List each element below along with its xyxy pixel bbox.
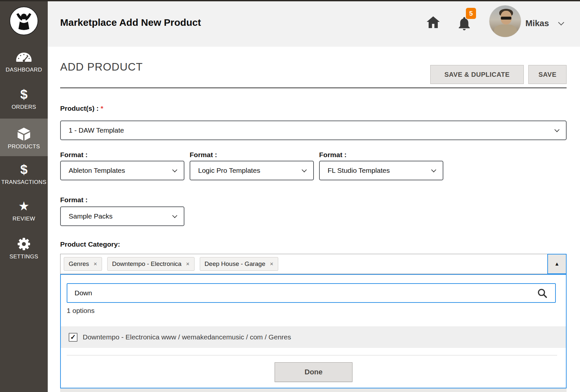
box-icon bbox=[0, 126, 48, 142]
collapse-dropdown-button[interactable] bbox=[547, 254, 567, 274]
chevron-down-icon bbox=[431, 167, 436, 172]
sidebar: DASHBOARD $ ORDERS PRODUCTS $ TRANSACTIO… bbox=[0, 0, 48, 392]
section-title: ADD PRODUCT bbox=[60, 61, 143, 73]
avatar[interactable] bbox=[489, 5, 521, 37]
remove-icon[interactable] bbox=[270, 261, 274, 267]
home-icon bbox=[425, 15, 441, 30]
category-chip: Genres bbox=[64, 257, 102, 271]
format-label-4: Format : bbox=[60, 196, 88, 204]
sidebar-item-label: PRODUCTS bbox=[0, 143, 48, 150]
divider bbox=[60, 88, 567, 88]
chevron-down-icon bbox=[172, 213, 178, 218]
chevron-down-icon bbox=[302, 167, 307, 172]
option-checkbox[interactable] bbox=[69, 333, 77, 342]
sidebar-item-settings[interactable]: SETTINGS bbox=[0, 236, 48, 260]
sidebar-item-products[interactable]: PRODUCTS bbox=[0, 119, 48, 156]
option-label: Downtempo - Electronica www / wemakedanc… bbox=[83, 333, 291, 341]
user-name: Mikas bbox=[525, 18, 549, 28]
dollar-icon: $ bbox=[0, 86, 48, 103]
sidebar-item-transactions[interactable]: $ TRANSACTIONS bbox=[0, 161, 48, 186]
search-icon bbox=[537, 288, 548, 299]
chevron-down-icon bbox=[172, 167, 178, 172]
sidebar-item-review[interactable]: ★ REVIEW bbox=[0, 198, 48, 222]
category-chip: Downtempo - Electronica bbox=[107, 257, 195, 271]
product-select-value: 1 - DAW Template bbox=[69, 126, 124, 134]
sidebar-item-label: SETTINGS bbox=[0, 253, 48, 260]
sidebar-item-label: ORDERS bbox=[0, 104, 48, 110]
save-duplicate-button[interactable]: SAVE & DUPLICATE bbox=[430, 65, 524, 84]
options-count: 1 options bbox=[67, 307, 94, 315]
format-label-1: Format : bbox=[60, 151, 88, 159]
page-background bbox=[60, 388, 567, 392]
gear-icon bbox=[0, 236, 48, 252]
app-window: DASHBOARD $ ORDERS PRODUCTS $ TRANSACTIO… bbox=[0, 0, 580, 392]
format-select-logic[interactable]: Logic Pro Templates bbox=[190, 161, 314, 180]
required-asterisk: * bbox=[101, 105, 103, 112]
star-icon: ★ bbox=[0, 198, 48, 214]
page-title: Marketplace Add New Product bbox=[60, 17, 201, 28]
sidebar-item-label: DASHBOARD bbox=[0, 67, 48, 73]
option-row[interactable]: Downtempo - Electronica www / wemakedanc… bbox=[61, 326, 566, 348]
sidebar-item-label: TRANSACTIONS bbox=[0, 179, 48, 186]
app-logo[interactable] bbox=[9, 7, 38, 35]
person-logo-icon bbox=[14, 11, 33, 30]
gauge-icon bbox=[0, 49, 48, 65]
search-input[interactable] bbox=[67, 283, 556, 303]
format-select-flstudio[interactable]: FL Studio Templates bbox=[319, 161, 443, 180]
format-select-samplepacks[interactable]: Sample Packs bbox=[60, 206, 184, 226]
category-multiselect[interactable]: Genres Downtempo - Electronica Deep Hous… bbox=[60, 254, 567, 274]
format-label-3: Format : bbox=[319, 151, 347, 159]
sidebar-item-dashboard[interactable]: DASHBOARD bbox=[0, 49, 48, 73]
dollar-icon: $ bbox=[0, 161, 48, 178]
products-label: Product(s) :* bbox=[60, 105, 103, 112]
save-button[interactable]: SAVE bbox=[528, 65, 567, 84]
sidebar-item-orders[interactable]: $ ORDERS bbox=[0, 86, 48, 110]
divider bbox=[67, 355, 557, 355]
notification-badge: 5 bbox=[466, 8, 476, 19]
user-menu[interactable]: Mikas bbox=[525, 18, 562, 28]
format-label-2: Format : bbox=[190, 151, 217, 159]
header: Marketplace Add New Product 5 Mikas bbox=[48, 1, 580, 47]
category-dropdown-panel: 1 options Downtempo - Electronica www / … bbox=[60, 274, 567, 388]
home-button[interactable] bbox=[425, 14, 441, 31]
product-select[interactable]: 1 - DAW Template bbox=[60, 121, 567, 140]
chevron-down-icon bbox=[558, 19, 564, 25]
triangle-up-icon bbox=[554, 261, 560, 267]
remove-icon[interactable] bbox=[186, 261, 190, 267]
format-select-ableton[interactable]: Ableton Templates bbox=[60, 161, 184, 180]
top-edge-strip bbox=[0, 0, 580, 1]
done-button[interactable]: Done bbox=[275, 362, 352, 382]
category-chip: Deep House - Garage bbox=[200, 257, 278, 271]
category-label: Product Category: bbox=[60, 240, 120, 248]
remove-icon[interactable] bbox=[94, 261, 97, 267]
sunglasses bbox=[501, 17, 511, 20]
chevron-down-icon bbox=[554, 127, 560, 132]
sidebar-item-label: REVIEW bbox=[0, 216, 48, 222]
